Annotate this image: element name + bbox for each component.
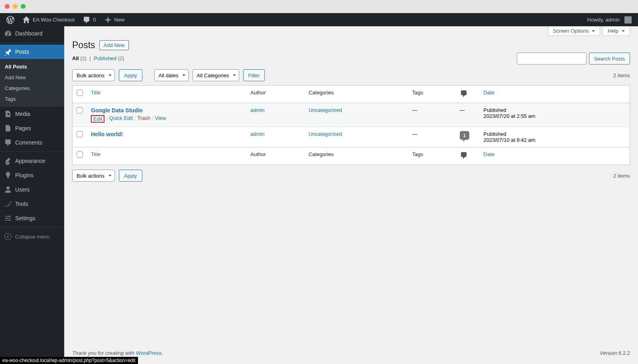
row-action-edit[interactable]: Edit — [91, 115, 104, 123]
row-action-quick-edit[interactable]: Quick Edit — [109, 115, 133, 123]
row-checkbox[interactable] — [77, 131, 83, 137]
sidebar-item-plugins[interactable]: Plugins — [0, 168, 64, 182]
sidebar-item-label: Plugins — [15, 172, 33, 178]
apply-button[interactable]: Apply — [119, 170, 142, 182]
col-date[interactable]: Date — [480, 86, 630, 103]
close-window-icon[interactable] — [5, 4, 10, 9]
col-title[interactable]: Title — [87, 147, 246, 165]
submenu-categories[interactable]: Categories — [0, 83, 64, 94]
col-author[interactable]: Author — [246, 86, 305, 103]
admin-sidebar: Dashboard Posts All Posts Add New Catego… — [0, 26, 64, 364]
maximize-window-icon[interactable] — [21, 4, 26, 9]
sidebar-item-label: Posts — [15, 49, 29, 55]
sidebar-item-tools[interactable]: Tools — [0, 197, 64, 211]
wordpress-icon — [6, 16, 14, 24]
col-comments[interactable] — [456, 86, 480, 103]
sidebar-item-label: Users — [15, 186, 30, 193]
date-cell: Published 2023/07/20 at 2:55 am — [480, 103, 630, 127]
col-date[interactable]: Date — [480, 147, 630, 165]
sidebar-item-dashboard[interactable]: Dashboard — [0, 26, 64, 41]
filter-button[interactable]: Filter — [243, 69, 265, 81]
col-tags[interactable]: Tags — [408, 86, 456, 103]
user-icon — [4, 186, 12, 194]
status-bar-url: ea-woo-checkout.local/wp-admin/post.php?… — [0, 357, 138, 364]
col-comments[interactable] — [456, 147, 480, 165]
pin-icon — [4, 48, 12, 56]
category-link[interactable]: Uncategorized — [309, 107, 342, 113]
screen-options-tab[interactable]: Screen Options — [548, 26, 601, 36]
category-filter-select[interactable]: All Categories — [193, 69, 239, 81]
date-filter-select[interactable]: All dates — [154, 69, 189, 81]
apply-button[interactable]: Apply — [119, 69, 142, 81]
comments-icon — [4, 139, 12, 147]
wp-logo-menu[interactable] — [3, 13, 18, 26]
submenu-all-posts[interactable]: All Posts — [0, 61, 64, 72]
avatar-icon — [624, 16, 632, 23]
sidebar-item-pages[interactable]: Pages — [0, 121, 64, 135]
tablenav-top: Bulk actions Apply All dates All Categor… — [72, 69, 630, 81]
posts-submenu: All Posts Add New Categories Tags — [0, 59, 64, 107]
comment-icon — [83, 16, 91, 24]
site-name-label: EA Woo Checkout — [33, 17, 75, 23]
sidebar-item-label: Pages — [15, 125, 31, 131]
new-label: New — [114, 17, 125, 23]
select-all-checkbox[interactable] — [77, 90, 83, 96]
sidebar-item-settings[interactable]: Settings — [0, 211, 64, 225]
chevron-down-icon — [592, 30, 595, 33]
sidebar-item-users[interactable]: Users — [0, 182, 64, 197]
sidebar-item-comments[interactable]: Comments — [0, 135, 64, 150]
items-count: 2 items — [613, 173, 630, 179]
my-account-menu[interactable]: Howdy, admin — [584, 13, 635, 26]
author-link[interactable]: admin — [250, 107, 264, 113]
tablenav-bottom: Bulk actions Apply 2 items — [72, 170, 630, 182]
bulk-actions-select[interactable]: Bulk actions — [72, 69, 115, 81]
sidebar-item-label: Appearance — [15, 158, 45, 164]
sidebar-item-media[interactable]: Media — [0, 107, 64, 121]
search-input[interactable] — [517, 53, 587, 65]
col-categories[interactable]: Categories — [305, 147, 408, 165]
submenu-add-new[interactable]: Add New — [0, 72, 64, 83]
new-content-menu[interactable]: New — [101, 13, 128, 26]
category-link[interactable]: Uncategorized — [309, 131, 342, 137]
window-chrome — [0, 0, 638, 13]
comment-count-badge[interactable]: 1 — [460, 131, 469, 140]
bulk-actions-select[interactable]: Bulk actions — [72, 170, 115, 182]
row-action-trash[interactable]: Trash — [137, 115, 150, 123]
col-tags[interactable]: Tags — [408, 147, 456, 165]
plus-icon — [104, 16, 112, 24]
author-link[interactable]: admin — [250, 131, 264, 137]
search-posts-button[interactable]: Search Posts — [589, 53, 630, 65]
posts-table: Title Author Categories Tags Date Google… — [72, 85, 630, 165]
admin-bar: EA Woo Checkout 0 New Howdy, admin — [0, 13, 638, 26]
comments-cell: — — [456, 103, 480, 127]
sidebar-item-appearance[interactable]: Appearance — [0, 154, 64, 168]
help-tab[interactable]: Help — [603, 26, 630, 36]
submenu-tags[interactable]: Tags — [0, 94, 64, 104]
col-categories[interactable]: Categories — [305, 86, 408, 103]
comments-menu[interactable]: 0 — [79, 13, 99, 26]
items-count: 2 items — [613, 72, 630, 78]
select-all-checkbox[interactable] — [77, 151, 83, 158]
post-title-link[interactable]: Hello world! — [91, 131, 123, 137]
comment-icon — [460, 151, 468, 159]
sidebar-item-posts[interactable]: Posts — [0, 45, 64, 59]
sidebar-item-label: Media — [15, 111, 30, 117]
tags-cell: — — [408, 103, 456, 127]
post-title-link[interactable]: Google Data Studio — [91, 107, 143, 114]
add-new-button[interactable]: Add New — [99, 40, 129, 50]
sidebar-item-label: Dashboard — [15, 30, 43, 37]
collapse-menu[interactable]: Collapse menu — [0, 229, 64, 244]
dashboard-icon — [4, 29, 12, 37]
col-author[interactable]: Author — [246, 147, 305, 165]
col-title[interactable]: Title — [87, 86, 246, 103]
site-name-menu[interactable]: EA Woo Checkout — [19, 13, 78, 26]
sidebar-item-label: Comments — [15, 139, 42, 146]
minimize-window-icon[interactable] — [13, 4, 18, 9]
wordpress-link[interactable]: WordPress — [136, 350, 161, 356]
collapse-icon — [4, 233, 12, 241]
row-action-view[interactable]: View — [155, 115, 166, 123]
table-row: Hello world! admin Uncategorized — 1 Pub… — [73, 127, 630, 147]
row-checkbox[interactable] — [77, 107, 83, 114]
home-icon — [22, 16, 30, 24]
comments-cell[interactable]: 1 — [456, 127, 480, 147]
